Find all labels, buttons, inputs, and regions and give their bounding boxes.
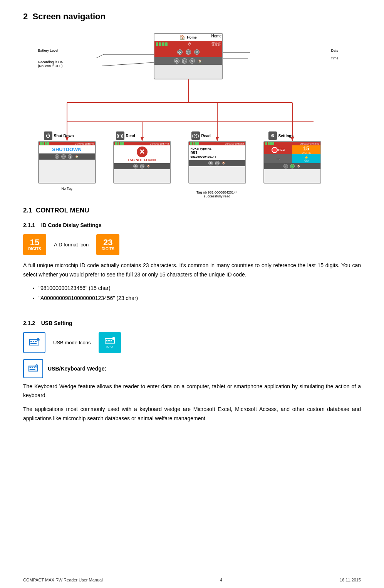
- usb-ioio-svg: [104, 337, 116, 345]
- recording-off-text: (No icon if OFF): [38, 64, 63, 68]
- digits-cell: 15 DIGITS: [292, 145, 320, 154]
- power-icon-top: ⏻: [188, 42, 191, 46]
- bs2-status: 26/09/09 19:55:54: [189, 142, 245, 145]
- label-date: Date: [331, 49, 338, 52]
- svg-marker-18: [141, 137, 144, 141]
- bs2-power: ⏻: [208, 161, 213, 165]
- subsection-212-number: 2.1.2: [23, 320, 35, 326]
- bs1-status: 26/09/09 19:57:44: [114, 142, 170, 145]
- usb-mode-row: USB mode Icons IOIO: [23, 332, 361, 353]
- power-button: ⏻: [177, 49, 183, 55]
- bs3-time: 26/09/09 19:58:49: [300, 143, 319, 145]
- subsection-21-number: 2.1: [23, 207, 32, 214]
- aid-example-15: "981000000123456" (15 char): [39, 284, 361, 292]
- bs3-home: 🏠: [297, 164, 301, 168]
- badge-15: 15 DIGITS: [23, 234, 46, 255]
- svg-rect-36: [32, 367, 33, 368]
- badge-15-label: DIGITS: [28, 247, 41, 251]
- label-battery: Battery Level: [38, 49, 59, 52]
- settings-grid: REC 15 DIGITS → ⚡ IOIO: [264, 145, 320, 163]
- subsection-211-number: 2.1.1: [23, 222, 35, 228]
- read2-icon: ((·)): [191, 131, 200, 140]
- bs1-bottom: ⏻ ((·)) 🏠: [114, 163, 170, 169]
- rec-cell: REC: [264, 145, 292, 154]
- label-recording: Recording is ON (No icon if OFF): [38, 60, 64, 68]
- home-label: Home: [187, 35, 196, 39]
- page-footer: COMPACT MAX RW Reader User Manual 4 16.1…: [0, 575, 384, 582]
- shutdown-text: SHUTDOWN: [39, 145, 95, 153]
- footer-manual-title: COMPACT MAX RW Reader User Manual: [23, 578, 103, 582]
- bs0-home: 🏠: [74, 154, 79, 159]
- bs1-home: 🏠: [146, 164, 151, 168]
- bottom-power: ⏻: [174, 58, 179, 64]
- footer-date: 16.11.2015: [340, 578, 361, 582]
- tagread-screen: 26/09/09 19:55:54 FDXB Type R1 981 98100…: [188, 141, 246, 184]
- read2-label-text: Read: [201, 134, 211, 138]
- usb-desc-2: The applications most commonly used with…: [23, 405, 361, 423]
- svg-rect-21: [30, 341, 32, 342]
- read2-button-label: ((·)) Read: [191, 131, 211, 140]
- bs0-gear: ⚙: [68, 154, 72, 159]
- svg-line-12: [96, 54, 104, 58]
- usb-mode-label: USB mode Icons: [53, 340, 91, 345]
- shutdown-screen: 26/09/09 19:58:49 SHUTDOWN ⏻ ((·)) ⚙ 🏠: [38, 141, 96, 184]
- svg-marker-19: [216, 137, 219, 141]
- subsection-21-title: CONTROL MENU: [36, 207, 89, 214]
- aid-examples-list: "981000000123456" (15 char) "A0000000981…: [39, 284, 361, 302]
- badge-15-number: 15: [30, 238, 39, 247]
- usb-ioio-icon: IOIO: [99, 332, 121, 353]
- tagread-caption: Tag nb 981 000060420144successfully read: [188, 187, 246, 198]
- bs3-check: ✓: [290, 164, 295, 168]
- bs0-status: 26/09/09 19:58:49: [39, 142, 95, 145]
- bs2-home: 🏠: [221, 161, 226, 165]
- svg-rect-31: [106, 342, 112, 342]
- home-icon: 🏠: [179, 35, 185, 40]
- usb-keyboard-label: USB/Keyboard Wedge:: [48, 366, 106, 372]
- bs0-time: 26/09/09 19:58:49: [75, 143, 94, 145]
- shutdown-label-text: Shut Down: [54, 134, 74, 138]
- bs3-bottom: → ✓ 🏠: [264, 163, 320, 169]
- bs0-power: ⏻: [55, 154, 59, 159]
- usb-keyboard-icon-2: [23, 359, 43, 378]
- device-bottom-bar: ⏻ ((·)) ⚙ 🏠: [154, 57, 222, 65]
- rec-label: REC: [278, 148, 285, 152]
- ioio-label: IOIO: [106, 345, 113, 349]
- shutdown-screen-text: SHUTDOWN: [52, 147, 82, 152]
- svg-rect-35: [30, 367, 31, 368]
- svg-rect-30: [111, 340, 112, 341]
- svg-rect-37: [34, 367, 35, 368]
- tagread-line1: FDXB Type R1: [191, 147, 212, 150]
- usb-cell-label: IOIO: [304, 160, 309, 162]
- recording-on-text: Recording is ON: [38, 60, 64, 64]
- usb-keyboard-icon: [23, 332, 45, 353]
- battery-level-text: Battery Level: [38, 49, 59, 52]
- svg-rect-38: [30, 369, 35, 370]
- main-device-screen: 🏠 Home ⏻ 26/09/0919:52:27: [154, 33, 223, 79]
- arrow-cell: →: [264, 154, 292, 163]
- settings-label-text: Settings: [278, 134, 293, 138]
- svg-line-13: [102, 62, 159, 66]
- notag-caption: No Tag: [38, 187, 96, 190]
- badge-23: 23 DIGITS: [96, 234, 119, 255]
- label-home: Home: [211, 34, 222, 38]
- settings-button-label: ⚙ Settings: [268, 131, 293, 140]
- section-title-text: Screen navigation: [32, 12, 106, 21]
- aid-format-label: AID format Icon: [54, 242, 89, 248]
- shutdown-icon: ⏻: [44, 131, 52, 140]
- arrow-icon-cell: →: [275, 156, 281, 162]
- bs2-time: 26/09/09 19:55:54: [225, 143, 244, 145]
- subsection-212-heading: 2.1.2 USB Setting: [23, 320, 361, 326]
- device-status-bar: ⏻ 26/09/0919:52:27: [154, 41, 222, 47]
- datetime-display: 26/09/0919:52:27: [211, 42, 220, 46]
- usb-icon-cell: ⚡: [304, 155, 309, 160]
- read1-label-text: Read: [126, 134, 135, 138]
- aid-description: A full unique microchip ID code actually…: [23, 261, 361, 280]
- usb-keyboard-row: USB/Keyboard Wedge:: [23, 359, 361, 378]
- subsection-212-title: USB Setting: [41, 320, 72, 326]
- usb-desc-1: The Keyboard Wedge feature allows the re…: [23, 382, 361, 401]
- aid-format-row: 15 DIGITS AID format Icon 23 DIGITS: [23, 234, 361, 255]
- bs0-bottom: ⏻ ((·)) ⚙ 🏠: [39, 153, 95, 160]
- bs1-wifi: ((·)): [140, 164, 144, 168]
- wifi-button: ((·)): [186, 49, 191, 55]
- subsection-211-heading: 2.1.1 ID Code Dislay Settings: [23, 222, 361, 228]
